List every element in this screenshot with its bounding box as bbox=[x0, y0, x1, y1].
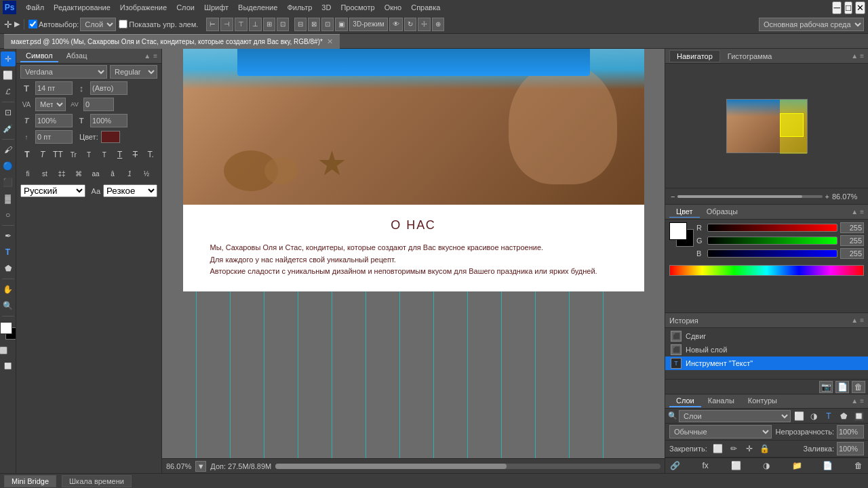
r-input[interactable]: 255 bbox=[840, 222, 864, 233]
leading-input[interactable] bbox=[90, 81, 127, 95]
menu-font[interactable]: Шрифт bbox=[200, 2, 233, 13]
r-slider[interactable] bbox=[707, 224, 837, 232]
color-collapse-btn[interactable]: ▲ bbox=[851, 208, 858, 216]
menu-edit[interactable]: Редактирование bbox=[50, 2, 115, 13]
link-layers-btn[interactable]: 🔗 bbox=[668, 460, 682, 472]
nav-thumb-image[interactable] bbox=[726, 99, 808, 153]
scale-v-input[interactable] bbox=[90, 114, 127, 127]
layer-kind-btn[interactable]: ⬜ bbox=[792, 409, 806, 423]
g-input[interactable]: 255 bbox=[840, 235, 864, 246]
minimize-button[interactable]: ─ bbox=[832, 1, 841, 14]
bold-btn[interactable]: T bbox=[20, 147, 34, 162]
show-transform-checkbox[interactable] bbox=[119, 20, 127, 28]
layer-filter-select[interactable]: Слои bbox=[679, 410, 791, 422]
adjustment-layer-btn[interactable]: ◑ bbox=[760, 460, 773, 472]
layer-smart-btn[interactable]: 🔲 bbox=[852, 409, 865, 423]
nav-collapse-btn[interactable]: ▲ bbox=[851, 52, 858, 60]
tab-symbol[interactable]: Символ bbox=[20, 50, 58, 62]
swash-btn[interactable]: ⌘ bbox=[71, 166, 86, 181]
align-center-btn[interactable]: ⊣ bbox=[220, 18, 233, 31]
histogram-tab[interactable]: Гистограмма bbox=[720, 50, 780, 62]
underline-btn[interactable]: T bbox=[113, 147, 127, 162]
scrollbar-h[interactable] bbox=[275, 464, 660, 469]
autochoise-select[interactable]: Слой bbox=[80, 18, 116, 31]
layer-style-btn[interactable]: fx bbox=[698, 460, 712, 472]
tab-paragraph[interactable]: Абзац bbox=[61, 50, 93, 62]
italic-btn[interactable]: T bbox=[36, 147, 50, 162]
dist-2-btn[interactable]: ⊠ bbox=[308, 18, 320, 31]
screen-mode-btn[interactable]: ⬜ bbox=[1, 359, 16, 373]
lock-image-btn[interactable]: ✏ bbox=[727, 442, 741, 455]
menu-layers[interactable]: Слои bbox=[172, 2, 199, 13]
foreground-color-box[interactable] bbox=[669, 222, 687, 240]
document-tab-active[interactable]: макет.psd @ 100% (Мы, Сахаровы Оля и Ста… bbox=[4, 34, 340, 49]
lasso-tool[interactable]: 𝓛 bbox=[1, 84, 16, 99]
select-tool[interactable]: ⬜ bbox=[1, 68, 16, 83]
history-snapshot-btn[interactable]: 📷 bbox=[819, 381, 833, 393]
zoom-out-icon[interactable]: − bbox=[671, 192, 675, 201]
align-right-btn[interactable]: ⊤ bbox=[235, 18, 248, 31]
pen-tool[interactable]: ✒ bbox=[1, 228, 16, 243]
b-slider[interactable] bbox=[707, 249, 837, 258]
timeline-tab[interactable]: Шкала времени bbox=[62, 475, 132, 487]
ordinal-btn[interactable]: ‡‡ bbox=[54, 166, 69, 181]
hand-tool[interactable]: ✋ bbox=[1, 282, 16, 297]
zoom-flyout-btn[interactable]: ▼ bbox=[195, 461, 206, 472]
align-left-btn[interactable]: ⊢ bbox=[206, 18, 219, 31]
layer-adj-btn[interactable]: ◑ bbox=[807, 409, 821, 423]
layer-mask-btn[interactable]: ⬜ bbox=[729, 460, 743, 472]
crop-tool[interactable]: ⊡ bbox=[1, 105, 16, 120]
dist-1-btn[interactable]: ⊟ bbox=[294, 18, 307, 31]
text-tool[interactable]: T bbox=[1, 245, 16, 260]
tracking-input[interactable] bbox=[83, 98, 114, 111]
b-input[interactable]: 255 bbox=[840, 248, 864, 259]
lig-fi-btn[interactable]: fi bbox=[20, 166, 35, 181]
font-name-select[interactable]: Verdana bbox=[20, 65, 107, 79]
opacity-input[interactable] bbox=[837, 425, 864, 439]
lock-transparency-btn[interactable]: ⬜ bbox=[711, 442, 725, 455]
mini-bridge-tab[interactable]: Mini Bridge bbox=[4, 475, 56, 487]
environment-select[interactable]: Основная рабочая среда bbox=[759, 18, 864, 31]
dist-3-btn[interactable]: ⊡ bbox=[321, 18, 334, 31]
move-tool[interactable]: ✛ bbox=[1, 52, 16, 66]
3d-btn[interactable]: 3D-режим bbox=[349, 18, 387, 31]
strikethrough-btn[interactable]: T bbox=[128, 147, 142, 162]
fraction-btn[interactable]: ½ bbox=[139, 166, 154, 181]
new-layer-btn[interactable]: 📄 bbox=[821, 460, 835, 472]
g-slider[interactable] bbox=[707, 237, 837, 245]
language-select[interactable]: Русский bbox=[20, 184, 85, 197]
font-size-input[interactable] bbox=[35, 81, 73, 95]
canvas-container[interactable]: О НАС Мы, Сахаровы Оля и Стас, кондитеры… bbox=[162, 49, 665, 458]
swatches-tab[interactable]: Образцы bbox=[700, 206, 745, 218]
clone-tool[interactable]: 🔵 bbox=[1, 159, 16, 174]
fg-bg-color-boxes[interactable] bbox=[669, 222, 694, 247]
menu-help[interactable]: Справка bbox=[407, 2, 444, 13]
scale-h-input[interactable] bbox=[35, 114, 73, 127]
delete-layer-btn[interactable]: 🗑 bbox=[852, 460, 865, 472]
standard-mode-btn[interactable] bbox=[9, 346, 17, 354]
stylistic-btn[interactable]: 1 bbox=[122, 166, 137, 181]
fill-input[interactable] bbox=[837, 442, 864, 455]
menu-select[interactable]: Выделение bbox=[234, 2, 281, 13]
color-tab[interactable]: Цвет bbox=[669, 206, 700, 218]
faux-bold-btn[interactable]: T. bbox=[144, 147, 157, 162]
channels-tab[interactable]: Каналы bbox=[701, 395, 741, 407]
eyedropper-tool[interactable]: 💉 bbox=[1, 121, 16, 136]
align-top-btn[interactable]: ⊥ bbox=[249, 18, 262, 31]
font-style-select[interactable]: Regular bbox=[110, 65, 157, 79]
layers-menu-btn[interactable]: ≡ bbox=[860, 397, 864, 405]
pan-btn[interactable]: ☩ bbox=[418, 18, 431, 31]
menu-3d[interactable]: 3D bbox=[317, 2, 335, 13]
rotate-btn[interactable]: ↻ bbox=[404, 18, 416, 31]
brush-tool[interactable]: 🖌 bbox=[1, 142, 16, 157]
menu-file[interactable]: Файл bbox=[22, 2, 48, 13]
view-btn[interactable]: 👁 bbox=[389, 18, 403, 31]
history-item-1[interactable]: ⬛ Новый слой bbox=[665, 343, 868, 357]
canvas-heading[interactable]: О НАС bbox=[210, 218, 617, 232]
menu-image[interactable]: Изображение bbox=[116, 2, 171, 13]
color-menu-btn[interactable]: ≡ bbox=[860, 208, 864, 216]
aa-select[interactable]: Резкое bbox=[103, 184, 157, 197]
canvas-body[interactable]: Мы, Сахаровы Оля и Стас, кондитеры, кото… bbox=[210, 242, 617, 278]
kerning-select[interactable]: Метрический bbox=[35, 98, 66, 111]
subscript-btn[interactable]: T bbox=[98, 147, 111, 162]
